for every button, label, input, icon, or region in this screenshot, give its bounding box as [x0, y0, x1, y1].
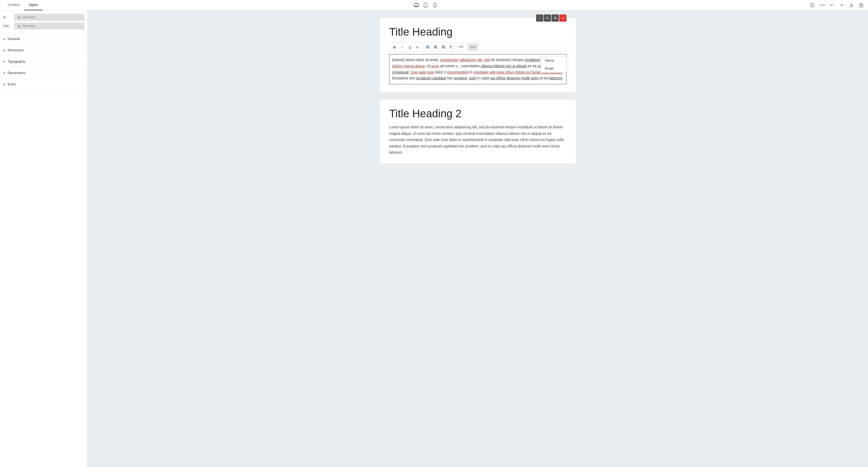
sidebar-section-typography-label: Typography	[8, 60, 25, 63]
underline-anim: anim	[531, 76, 539, 80]
canvas: ↑ ✛ ⧉ ✕ Title Heading B I U A↑	[88, 10, 868, 467]
device-icons	[413, 2, 438, 9]
underline-mollit: mollit	[522, 76, 530, 80]
sidebar-section-dimension[interactable]: ▶ Dimension	[0, 44, 87, 56]
svg-rect-9	[813, 3, 814, 5]
sidebar-sections: ▶ General ▶ Dimension ▶ Typography ▶ Dec…	[0, 33, 87, 90]
sidebar-section-general-label: General	[8, 37, 20, 41]
device-mobile-btn[interactable]	[431, 2, 438, 9]
title-input[interactable]	[14, 23, 84, 29]
sidebar-section-general[interactable]: ▶ General	[0, 33, 87, 44]
copy-btn[interactable]: ⧉	[552, 14, 559, 22]
undo-icon[interactable]: ↩	[828, 2, 836, 9]
sidebar-section-extra-label: Extra	[8, 82, 16, 86]
link-dolore[interactable]: dolore magna aliqua	[392, 64, 425, 68]
card-1-title: Title Heading	[389, 26, 566, 38]
underline-occaecat: occaecat	[416, 76, 430, 80]
link-adipisicing[interactable]: adipisicing	[460, 58, 476, 62]
sidebar-section-typography[interactable]: ▶ Typography	[0, 56, 87, 67]
id-input[interactable]	[14, 14, 84, 21]
tab-styles[interactable]: Styles	[24, 0, 42, 10]
main-layout: Id Title ▶ General ▶ Dimension ▶ Typogra…	[0, 10, 868, 467]
underline-laborum: laborum	[550, 76, 563, 80]
move-up-btn[interactable]: ↑	[536, 14, 543, 22]
underline-incididunt: incididunt	[525, 58, 540, 62]
general-arrow-icon: ▶	[4, 37, 6, 40]
delete-element-btn[interactable]: ✕	[559, 14, 566, 22]
align-left-btn[interactable]	[424, 43, 431, 51]
topbar-tabs: Content Styles	[3, 0, 42, 10]
svg-rect-10	[810, 6, 812, 7]
sidebar-section-decorations[interactable]: ▶ Decorations	[0, 67, 87, 79]
extra-arrow-icon: ▶	[4, 83, 6, 86]
typography-arrow-icon: ▶	[4, 60, 6, 63]
trash-icon[interactable]	[858, 2, 865, 9]
dimension-arrow-icon: ▶	[4, 49, 6, 52]
card-1: ↑ ✛ ⧉ ✕ Title Heading B I U A↑	[380, 18, 576, 92]
font-size-btn[interactable]: A↑	[414, 43, 422, 51]
variable-dropdown: Name Email	[541, 56, 566, 73]
underline-ullamco: ullamco laboris nisi ut aliquip	[480, 64, 527, 68]
redo-icon[interactable]: ↪	[838, 2, 845, 9]
svg-point-5	[425, 6, 426, 7]
svg-rect-0	[414, 4, 418, 6]
underline-deserunt: deserunt	[506, 76, 520, 80]
link-reprehenderit[interactable]: reprehenderit	[447, 70, 468, 74]
sidebar-section-dimension-label: Dimension	[8, 48, 24, 52]
link-irure[interactable]: irure	[427, 70, 434, 74]
device-desktop-btn[interactable]	[413, 2, 420, 9]
sidebar: Id Title ▶ General ▶ Dimension ▶ Typogra…	[0, 10, 88, 467]
move-btn[interactable]: ✛	[544, 14, 551, 22]
selection-icon[interactable]	[809, 2, 816, 9]
link-elit[interactable]: elit	[477, 58, 482, 62]
svg-rect-14	[860, 4, 863, 7]
underline-sunt: sunt	[469, 76, 476, 80]
svg-rect-8	[810, 3, 812, 5]
toolbar-sep-1	[423, 44, 423, 50]
link-duis[interactable]: Duis	[410, 70, 418, 74]
svg-rect-11	[813, 6, 814, 7]
variable-insert-btn[interactable]: ✏ ▾	[467, 43, 478, 51]
card-2-title: Title Heading 2	[389, 107, 566, 120]
link-enim[interactable]: enim	[431, 64, 439, 68]
card-2-body-text: Lorem ipsum dolor sit amet, consectetur …	[389, 124, 566, 156]
link-consectetur[interactable]: consectetur	[440, 58, 459, 62]
sidebar-section-extra[interactable]: ▶ Extra	[0, 79, 87, 90]
download-icon[interactable]	[848, 2, 855, 9]
decorations-arrow-icon: ▶	[4, 71, 6, 74]
id-label: Id	[3, 15, 12, 19]
card-1-body-text[interactable]: {name}} ipsum dolor sit amet, consectetu…	[389, 54, 566, 84]
tab-content[interactable]: Content	[3, 0, 24, 10]
underline-cupidatat: cupidatat	[431, 76, 446, 80]
title-field-row: Title	[3, 23, 84, 29]
id-field-row: Id	[3, 14, 84, 21]
underline-btn[interactable]: U	[406, 43, 414, 51]
align-right-btn[interactable]	[440, 43, 447, 51]
underline-qui: qui officia	[490, 76, 505, 80]
toolbar-sep-3	[466, 44, 466, 50]
sidebar-fields: Id Title	[0, 10, 87, 33]
edit-toolbar: B I U A↑ ¶:	[389, 42, 566, 52]
topbar: Content Styles </> ↩ ↪	[0, 0, 868, 10]
sidebar-section-decorations-label: Decorations	[8, 71, 26, 75]
device-tablet-btn[interactable]	[422, 2, 429, 9]
italic-btn[interactable]: I	[399, 43, 406, 51]
dropdown-email-item[interactable]: Email	[541, 64, 566, 72]
title-label: Title	[3, 24, 12, 28]
paragraph-btn[interactable]: ¶:	[447, 43, 455, 51]
float-actions: ↑ ✛ ⧉ ✕	[536, 14, 566, 22]
variable-name-tag: {name}}	[392, 58, 405, 62]
link-sed[interactable]: sed	[484, 58, 490, 62]
bold-btn[interactable]: B	[391, 43, 398, 51]
topbar-actions: </> ↩ ↪	[809, 2, 865, 9]
dropdown-name-item[interactable]: Name	[541, 57, 566, 64]
code-icon[interactable]: </>	[818, 2, 826, 9]
toolbar-sep-2	[456, 44, 456, 50]
svg-point-7	[435, 6, 435, 7]
align-center-btn[interactable]	[432, 43, 439, 51]
card-2: Title Heading 2 Lorem ipsum dolor sit am…	[380, 100, 576, 163]
link-aute[interactable]: aute	[419, 70, 426, 74]
underline-proident: proident	[454, 76, 467, 80]
link-btn[interactable]	[458, 43, 465, 51]
